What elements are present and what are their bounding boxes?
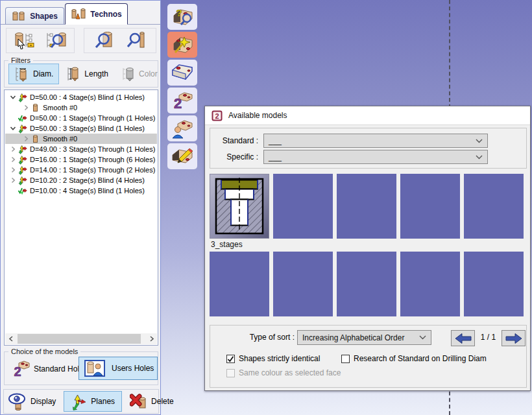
standard-combo[interactable]: ___ [263,134,488,148]
query-holes-button[interactable]: ? [167,4,197,30]
dialog-title-bar[interactable]: 2 Available models [205,106,530,125]
tree-row[interactable]: D=16.00 : 1 Stage(s) Through (6 Holes) [5,154,157,165]
recognize-holes-button[interactable] [167,32,197,58]
model-cell-empty[interactable] [400,174,460,239]
delete-button[interactable]: Delete [126,391,178,412]
tree-row-label: Smooth #0 [42,104,77,112]
tree-row-label: D=16.00 : 1 Stage(s) Through (6 Holes) [29,156,155,163]
tree-row-label: D=50.00 : 1 Stage(s) Through (1 Holes) [29,114,155,122]
chevron-collapsed-icon[interactable] [21,136,30,142]
app-root: { "icons": { "two_glyph": "2", "question… [0,0,532,415]
research-standard-label: Research of Standard on Drilling Diam [354,354,487,363]
filters-group: Filters Diam. [4,60,158,88]
tree-row-label: D=10.00 : 4 Stage(s) Blind (1 Holes) [29,187,145,195]
edit-model-button[interactable] [167,143,197,169]
filter-length-button[interactable]: Length [62,64,114,84]
delete-x-icon [130,393,148,410]
display-button[interactable]: Display [4,391,60,412]
magnifier-thin-cylinder-icon [126,31,147,51]
tree-row[interactable]: D=14.00 : 1 Stage(s) Through (2 Holes) [5,165,157,175]
model-cell-empty[interactable] [273,174,333,239]
tree-row[interactable]: D=50.00 : 1 Stage(s) Through (1 Holes) [5,113,157,123]
checkbox-checked-icon[interactable] [226,355,235,363]
model-cell-empty[interactable] [210,252,269,316]
checkbox-unchecked-icon[interactable] [341,355,350,363]
delete-label: Delete [151,397,174,406]
chevron-collapsed-icon[interactable] [8,146,18,152]
standard-2-block-icon: 2 [170,90,195,111]
tree-row[interactable]: Smooth #0 [5,102,157,113]
chevron-expanded-icon[interactable] [8,125,18,132]
specific-combo-value: ___ [269,152,282,161]
same-colour-checkbox: Same colour as selected face [226,368,341,377]
chevron-collapsed-icon[interactable] [8,156,18,163]
next-page-button[interactable] [502,330,526,346]
block-question-search-icon: ? [170,6,195,27]
planes-axes-icon [71,392,88,410]
hole-axis-icon [18,145,29,154]
model-cell-empty[interactable] [337,174,396,239]
search-tree-button[interactable] [43,30,70,51]
users-holes-button[interactable]: Users Holes [79,357,158,380]
tab-technos[interactable]: Technos [65,3,128,25]
scroll-thumb[interactable] [18,334,141,344]
shapes-identical-checkbox[interactable]: Shapes strictly identical [226,354,320,363]
face-selection-button[interactable] [167,60,197,86]
length-filter-icon [67,66,81,82]
standard-holes-button[interactable]: 2 Standard Holes [8,358,90,380]
sort-label: Type of sort : [210,333,295,342]
magnifier-cylinder-icon [93,31,115,51]
hole-through-icon [18,113,29,123]
filter-diameter-label: Diam. [33,69,53,78]
specific-combo[interactable]: ___ [263,150,488,164]
magnify-shape-button[interactable] [123,30,150,51]
svg-text:2: 2 [174,95,182,111]
tree-row-selected[interactable]: Smooth #0 [5,134,157,144]
filter-length-label: Length [84,69,108,78]
tree-row[interactable]: D=50.00 : 4 Stage(s) Blind (1 Holes) [5,92,157,102]
user-models-button[interactable] [167,115,197,141]
tree-row[interactable]: D=10.00 : 4 Stage(s) Blind (1 Holes) [5,185,157,196]
scroll-left-icon[interactable] [5,333,16,344]
model-cell-empty[interactable] [464,252,524,316]
standards-group: Standard : ___ Specific : ___ [210,128,527,169]
tree-row[interactable]: D=49.00 : 3 Stage(s) Through (1 Holes) [5,144,157,154]
research-standard-checkbox[interactable]: Research of Standard on Drilling Diam [341,354,487,363]
model-cell-3-stages[interactable] [210,174,269,239]
holes-tree: D=50.00 : 4 Stage(s) Blind (1 Holes) Smo… [4,89,158,346]
chevron-collapsed-icon[interactable] [8,167,18,173]
chevron-collapsed-icon[interactable] [21,104,30,111]
model-cell-empty[interactable] [273,252,333,316]
filter-color-button[interactable]: Color [116,64,163,84]
block-magic-wand-icon [170,34,195,55]
select-hole-button[interactable] [10,30,38,51]
previous-page-button[interactable] [451,330,475,346]
tree-row[interactable]: D=10.20 : 2 Stage(s) Blind (4 Holes) [5,175,157,185]
tree-horizontal-scrollbar[interactable] [5,333,157,344]
chevron-expanded-icon[interactable] [8,94,18,101]
planes-label: Planes [91,397,115,406]
chevron-collapsed-icon[interactable] [8,177,18,184]
choice-group-label: Choice of the models [8,348,80,355]
standard-holes-icon: 2 [11,359,30,379]
standard-combo-label: Standard : [210,136,263,145]
model-cell-empty[interactable] [464,174,524,239]
color-filter-icon [121,66,136,82]
users-holes-label: Users Holes [112,364,154,373]
same-colour-label: Same colour as selected face [239,368,341,377]
sort-combo[interactable]: Increasing Alphabetical Order [297,330,431,345]
model-cell-empty[interactable] [400,252,460,316]
shapes-cylinders-icon [12,11,26,22]
tree-row[interactable]: D=50.00 : 3 Stage(s) Blind (1 Holes) [5,123,157,134]
magnify-hole-button[interactable] [90,30,117,51]
standard-models-button[interactable]: 2 [167,88,197,113]
users-holes-icon [84,360,105,377]
hole-axis-icon [18,124,29,134]
tab-shapes[interactable]: Shapes [5,7,64,25]
filter-diameter-button[interactable]: Diam. [8,64,59,84]
scroll-right-icon[interactable] [146,333,157,344]
scroll-track[interactable] [16,333,146,344]
display-label: Display [30,397,56,406]
planes-button[interactable]: Planes [64,391,122,412]
model-cell-empty[interactable] [337,252,396,316]
